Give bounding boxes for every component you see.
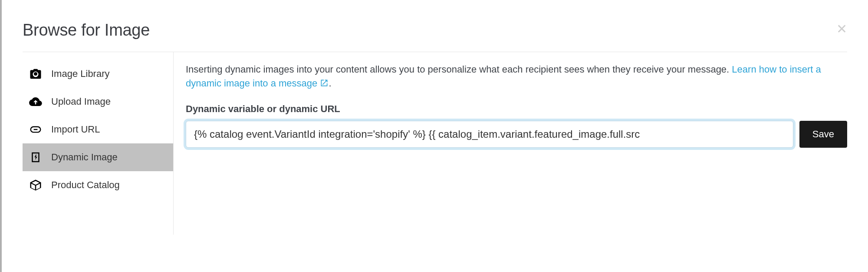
link-icon <box>29 123 43 136</box>
camera-icon <box>29 67 43 81</box>
dynamic-url-input[interactable] <box>186 121 793 148</box>
sidebar-item-upload-image[interactable]: Upload Image <box>23 88 173 116</box>
description-pre: Inserting dynamic images into your conte… <box>186 64 732 75</box>
description-post: . <box>329 78 331 89</box>
sidebar-item-label: Import URL <box>51 124 100 135</box>
sidebar-item-label: Product Catalog <box>51 179 120 191</box>
close-icon: ✕ <box>836 22 847 36</box>
sidebar: Image Library Upload Image Import URL Dy… <box>23 52 174 235</box>
content-panel: Inserting dynamic images into your conte… <box>174 52 847 235</box>
close-button[interactable]: ✕ <box>836 21 847 36</box>
external-link-icon <box>320 77 329 91</box>
modal-header: Browse for Image ✕ <box>23 0 847 52</box>
cloud-upload-icon <box>29 95 43 109</box>
sidebar-item-image-library[interactable]: Image Library <box>23 60 173 88</box>
lightning-file-icon <box>29 150 43 164</box>
box-icon <box>29 178 43 192</box>
dynamic-url-label: Dynamic variable or dynamic URL <box>186 103 847 115</box>
input-row: Save <box>186 121 847 148</box>
sidebar-item-label: Dynamic Image <box>51 152 118 163</box>
sidebar-item-label: Upload Image <box>51 96 111 107</box>
sidebar-item-label: Image Library <box>51 68 110 80</box>
modal-title: Browse for Image <box>23 21 150 40</box>
sidebar-item-product-catalog[interactable]: Product Catalog <box>23 171 173 199</box>
description-text: Inserting dynamic images into your conte… <box>186 63 847 91</box>
sidebar-item-dynamic-image[interactable]: Dynamic Image <box>23 143 173 171</box>
sidebar-item-import-url[interactable]: Import URL <box>23 116 173 143</box>
save-button[interactable]: Save <box>799 121 847 148</box>
